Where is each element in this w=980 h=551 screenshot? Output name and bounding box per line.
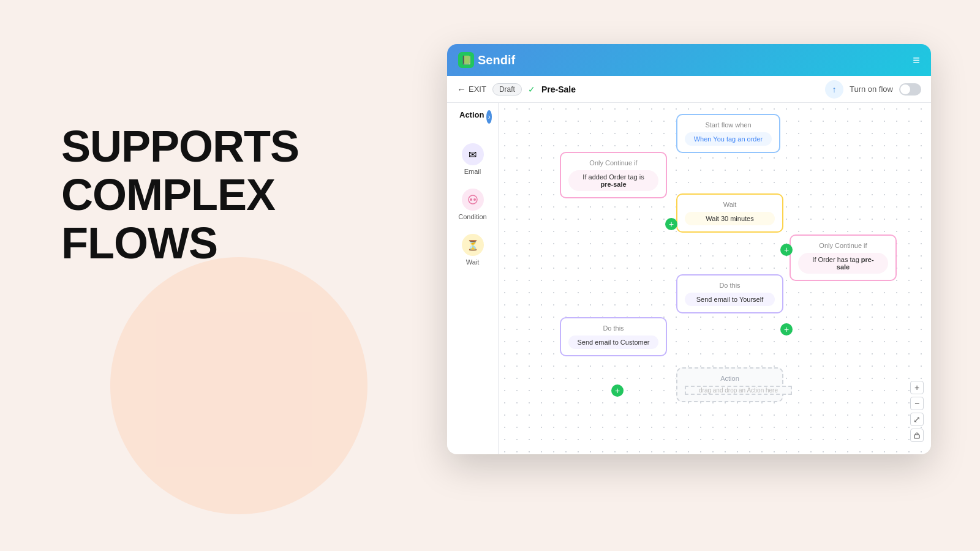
zoom-controls: + − ⤢ bbox=[910, 381, 924, 442]
node-do1-pill: Send email to Yourself bbox=[685, 293, 775, 306]
sidebar-condition-label: Condition bbox=[458, 213, 486, 220]
sidebar-item-condition[interactable]: Condition bbox=[451, 184, 495, 225]
node-wait-pill: Wait 30 minutes bbox=[685, 212, 775, 225]
app-header: 📗 Sendif ≡ bbox=[447, 44, 931, 76]
node-do2-title: Do this bbox=[568, 324, 658, 332]
exit-button[interactable]: ← EXIT bbox=[457, 84, 486, 94]
node-condition1[interactable]: Only Continue if If added Order tag is p… bbox=[560, 152, 667, 198]
node-action-title: Action bbox=[685, 375, 775, 382]
flow-name: Pre-Sale bbox=[541, 84, 576, 94]
turn-on-label: Turn on flow bbox=[850, 84, 893, 94]
turn-on-toggle[interactable] bbox=[899, 83, 921, 96]
node-action-placeholder[interactable]: Action drag and drop an Action here bbox=[676, 367, 783, 402]
logo-icon: 📗 bbox=[458, 52, 474, 68]
draft-badge[interactable]: Draft bbox=[492, 83, 522, 96]
bg-decoration bbox=[110, 257, 368, 514]
node-wait[interactable]: Wait Wait 30 minutes bbox=[676, 193, 783, 233]
node-cond2-title: Only Continue if bbox=[798, 242, 888, 249]
sidebar-email-label: Email bbox=[464, 168, 481, 175]
email-icon: ✉ bbox=[462, 143, 484, 165]
node-start-pill: When You tag an order bbox=[685, 132, 772, 146]
node-cond2-pill: If Order has tag pre-sale bbox=[798, 253, 888, 274]
upload-icon[interactable]: ↑ bbox=[825, 80, 843, 99]
node-wait-title: Wait bbox=[685, 201, 775, 208]
zoom-out-button[interactable]: − bbox=[910, 397, 924, 410]
node-condition2[interactable]: Only Continue if If Order has tag pre-sa… bbox=[790, 234, 897, 281]
node-action-subtitle: drag and drop an Action here bbox=[685, 386, 792, 395]
check-icon: ✓ bbox=[528, 84, 535, 94]
hero-title: SUPPORTS COMPLEX FLOWS bbox=[61, 122, 299, 268]
svg-rect-3 bbox=[914, 435, 919, 438]
app-content: Action › ✉ Email Condition ⏳ bbox=[447, 103, 931, 454]
node-cond1-pill: If added Order tag is pre-sale bbox=[568, 170, 658, 191]
panel-header: Action bbox=[453, 110, 484, 119]
app-logo: 📗 Sendif bbox=[458, 52, 515, 68]
sidebar-wait-label: Wait bbox=[466, 258, 480, 266]
sidebar-item-wait[interactable]: ⏳ Wait bbox=[451, 229, 495, 271]
sidebar-item-email[interactable]: ✉ Email bbox=[451, 138, 495, 180]
svg-point-1 bbox=[470, 198, 472, 201]
node-do2-pill: Send email to Customer bbox=[568, 335, 658, 349]
condition-icon bbox=[462, 189, 484, 211]
flow-canvas[interactable]: Start flow when When You tag an order On… bbox=[499, 103, 931, 454]
app-toolbar: ← EXIT Draft ✓ Pre-Sale ↑ Turn on flow bbox=[447, 76, 931, 103]
node-do-customer[interactable]: Do this Send email to Customer bbox=[560, 317, 667, 356]
svg-point-2 bbox=[473, 198, 476, 201]
hamburger-icon[interactable]: ≡ bbox=[913, 53, 920, 67]
app-name: Sendif bbox=[478, 53, 515, 67]
exit-label: EXIT bbox=[469, 84, 486, 94]
lock-button[interactable] bbox=[910, 429, 924, 442]
exit-arrow-icon: ← bbox=[457, 84, 466, 94]
node-do1-title: Do this bbox=[685, 282, 775, 289]
hero-section: SUPPORTS COMPLEX FLOWS bbox=[61, 122, 299, 268]
plus-after-do2[interactable]: + bbox=[611, 384, 624, 397]
panel-header-row: Action › bbox=[447, 110, 498, 130]
node-do-yourself[interactable]: Do this Send email to Yourself bbox=[676, 274, 783, 313]
panel-toggle-button[interactable]: › bbox=[486, 110, 492, 124]
plus-after-wait[interactable]: + bbox=[780, 244, 793, 256]
wait-icon: ⏳ bbox=[462, 234, 484, 256]
node-start-title: Start flow when bbox=[685, 121, 772, 129]
left-panel: Action › ✉ Email Condition ⏳ bbox=[447, 103, 499, 454]
plus-after-cond1[interactable]: + bbox=[665, 218, 677, 230]
fit-screen-button[interactable]: ⤢ bbox=[910, 413, 924, 426]
app-window: 📗 Sendif ≡ ← EXIT Draft ✓ Pre-Sale ↑ Tur… bbox=[447, 44, 931, 454]
plus-after-cond2[interactable]: + bbox=[780, 323, 793, 335]
node-cond1-title: Only Continue if bbox=[568, 159, 658, 167]
zoom-in-button[interactable]: + bbox=[910, 381, 924, 394]
toggle-knob bbox=[900, 84, 910, 94]
node-start[interactable]: Start flow when When You tag an order bbox=[676, 114, 780, 153]
